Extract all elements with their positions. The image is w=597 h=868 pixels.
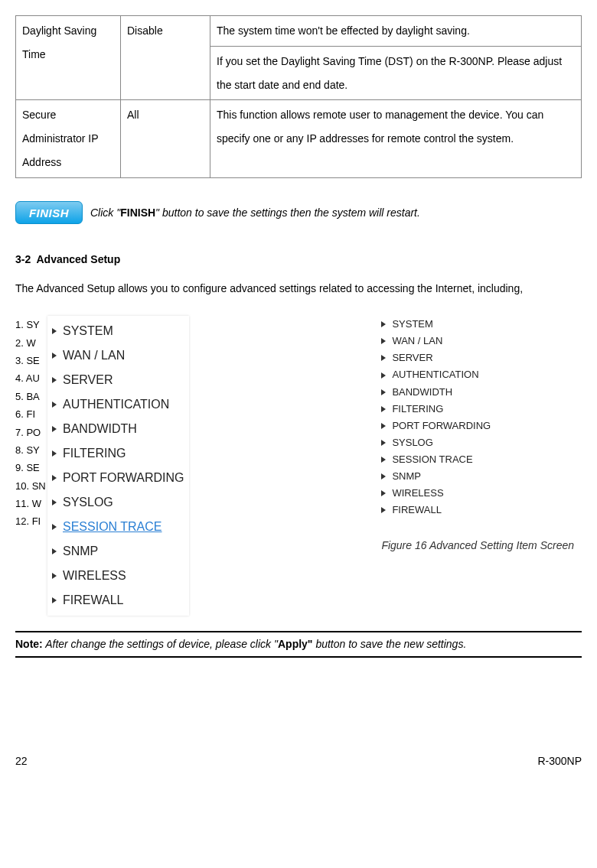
finish-row: FINISH Click "FINISH" button to save the… [15, 201, 582, 225]
list-item: 3. SE [15, 352, 38, 369]
menu-item-label: SYSTEM [63, 319, 113, 343]
arrow-icon [52, 377, 57, 383]
arrow-icon [381, 355, 386, 361]
menu-item-authentication[interactable]: AUTHENTICATION [381, 366, 574, 383]
menu-item-label: SYSLOG [63, 490, 113, 515]
cell-adminip-desc: This function allows remote user to mana… [210, 100, 582, 177]
arrow-icon [381, 473, 386, 480]
menu-item-syslog[interactable]: SYSLOG [52, 490, 184, 515]
menu-item-label: WIRELESS [392, 485, 443, 502]
menu-item-snmp[interactable]: SNMP [52, 539, 184, 564]
arrow-icon [381, 507, 386, 513]
menu-item-label: WAN / LAN [392, 333, 442, 349]
advanced-menu-small-wrapper: SYSTEMWAN / LANSERVERAUTHENTICATIONBANDW… [381, 316, 582, 558]
list-item: 2. W [15, 334, 38, 352]
list-item: 8. SY [15, 441, 38, 459]
section-intro: The Advanced Setup allows you to configu… [15, 277, 582, 301]
menu-item-label: FIREWALL [392, 502, 442, 519]
menu-item-label: SYSTEM [392, 316, 432, 333]
cell-dst-desc-a: The system time won't be effected by day… [210, 16, 582, 47]
arrow-icon [381, 423, 386, 429]
menu-item-label: PORT FORWARDING [392, 418, 491, 434]
arrow-icon [52, 353, 57, 359]
menu-item-label: BANDWIDTH [63, 417, 137, 441]
menu-item-label: WIRELESS [63, 564, 126, 588]
arrow-icon [381, 321, 386, 327]
cell-adminip-label: Secure Administrator IP Address [16, 100, 121, 177]
arrow-icon [52, 524, 57, 530]
arrow-icon [381, 338, 386, 344]
menu-item-filtering[interactable]: FILTERING [52, 441, 184, 466]
menu-item-firewall[interactable]: FIREWALL [381, 502, 574, 519]
menu-item-label: SERVER [63, 368, 113, 392]
arrow-icon [381, 440, 386, 446]
menu-item-server[interactable]: SERVER [381, 349, 574, 366]
note-block: Note: After change the settings of devic… [15, 631, 582, 657]
menu-item-port-forwarding[interactable]: PORT FORWARDING [52, 466, 184, 490]
arrow-icon [52, 548, 57, 554]
menu-item-bandwidth[interactable]: BANDWIDTH [381, 384, 574, 401]
advanced-menu-small: SYSTEMWAN / LANSERVERAUTHENTICATIONBANDW… [381, 316, 574, 519]
menu-item-firewall[interactable]: FIREWALL [52, 588, 184, 613]
list-item: 11. W [15, 495, 38, 512]
arrow-icon [52, 597, 57, 603]
cell-adminip-value: All [121, 100, 210, 177]
numbered-list-fragment: 1. SY2. W3. SE4. AU5. BA6. FI7. PO8. SY9… [15, 316, 38, 531]
menu-item-label: PORT FORWARDING [63, 466, 184, 490]
arrow-icon [52, 450, 57, 457]
menu-item-wan-lan[interactable]: WAN / LAN [381, 333, 574, 349]
cell-dst-label: Daylight Saving Time [16, 16, 121, 100]
model-name: R-300NP [537, 749, 582, 773]
list-item: 7. PO [15, 424, 38, 441]
list-item: 4. AU [15, 369, 38, 387]
list-item: 5. BA [15, 388, 38, 405]
menu-item-label: SNMP [392, 468, 421, 485]
menu-item-wan-lan[interactable]: WAN / LAN [52, 343, 184, 368]
menu-item-system[interactable]: SYSTEM [381, 316, 574, 333]
list-item: 10. SN [15, 477, 38, 495]
finish-instruction: Click "FINISH" button to save the settin… [90, 201, 420, 225]
menu-item-label: BANDWIDTH [392, 384, 452, 401]
menu-item-label: SNMP [63, 539, 98, 564]
menu-item-bandwidth[interactable]: BANDWIDTH [52, 417, 184, 441]
list-item: 12. FI [15, 512, 38, 530]
section-heading: 3-2 Advanced Setup [15, 248, 582, 271]
menu-item-port-forwarding[interactable]: PORT FORWARDING [381, 418, 574, 434]
menu-item-snmp[interactable]: SNMP [381, 468, 574, 485]
menu-item-session-trace[interactable]: SESSION TRACE [381, 451, 574, 468]
menu-item-label: SESSION TRACE [63, 515, 162, 539]
page-number: 22 [15, 749, 28, 773]
arrow-icon [381, 457, 386, 463]
settings-table: Daylight Saving Time Disable The system … [15, 15, 582, 178]
menu-item-authentication[interactable]: AUTHENTICATION [52, 392, 184, 417]
cell-dst-desc-b: If you set the Daylight Saving Time (DST… [210, 46, 582, 100]
arrow-icon [52, 499, 57, 506]
arrow-icon [52, 426, 57, 432]
menu-item-label: AUTHENTICATION [392, 366, 478, 383]
menu-item-label: FILTERING [63, 441, 126, 466]
arrow-icon [381, 389, 386, 395]
advanced-menu-large: SYSTEMWAN / LANSERVERAUTHENTICATIONBANDW… [47, 316, 189, 616]
list-item: 9. SE [15, 459, 38, 476]
menu-item-label: FILTERING [392, 401, 443, 418]
figure-caption: Figure 16 Advanced Setting Item Screen [381, 534, 574, 558]
menu-item-label: SYSLOG [392, 434, 432, 451]
arrow-icon [52, 573, 57, 579]
menu-item-syslog[interactable]: SYSLOG [381, 434, 574, 451]
menu-item-session-trace[interactable]: SESSION TRACE [52, 515, 184, 539]
arrow-icon [52, 328, 57, 334]
menu-item-server[interactable]: SERVER [52, 368, 184, 392]
menu-item-filtering[interactable]: FILTERING [381, 401, 574, 418]
menu-item-label: WAN / LAN [63, 343, 125, 368]
page-footer: 22 R-300NP [15, 749, 582, 773]
menu-item-label: SESSION TRACE [392, 451, 472, 468]
menu-item-wireless[interactable]: WIRELESS [381, 485, 574, 502]
menu-item-system[interactable]: SYSTEM [52, 319, 184, 343]
arrow-icon [381, 372, 386, 379]
menu-item-wireless[interactable]: WIRELESS [52, 564, 184, 588]
list-item: 6. FI [15, 405, 38, 423]
finish-button[interactable]: FINISH [15, 201, 83, 224]
list-item: 1. SY [15, 316, 38, 333]
arrow-icon [52, 475, 57, 481]
menu-item-label: AUTHENTICATION [63, 392, 169, 417]
